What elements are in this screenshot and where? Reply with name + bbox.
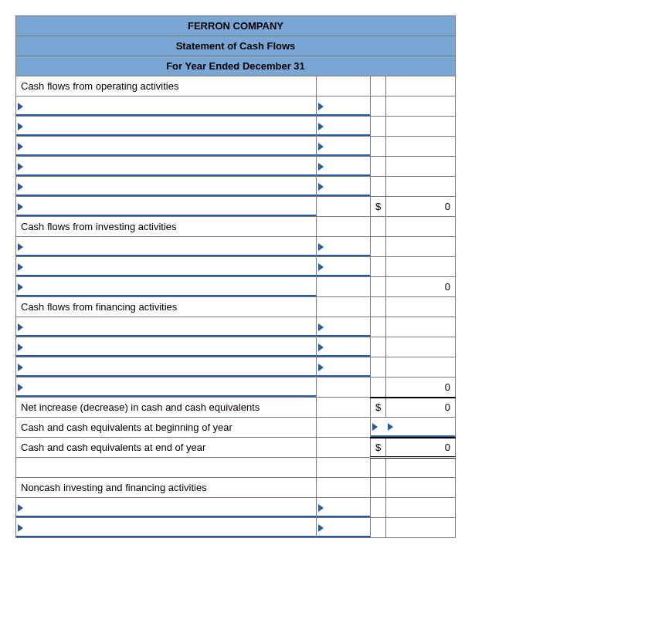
financing-amount-dropdown[interactable] [317, 357, 371, 378]
net-increase-label: Net increase (decrease) in cash and cash… [16, 398, 317, 418]
cell [370, 137, 385, 157]
company-header: FERRON COMPANY [16, 16, 456, 36]
ending-cash-label: Cash and cash equivalents at end of year [16, 438, 317, 458]
cell [386, 257, 456, 277]
cell [370, 76, 385, 96]
cell [370, 257, 385, 277]
operating-section-label: Cash flows from operating activities [16, 76, 317, 96]
cell [370, 96, 385, 117]
cell [370, 337, 385, 357]
cell [370, 237, 385, 257]
cell [317, 76, 371, 96]
cell [370, 357, 385, 378]
operating-item-dropdown[interactable] [16, 96, 317, 117]
cell [16, 458, 317, 478]
cell [317, 297, 371, 317]
cell [386, 337, 456, 357]
cell [386, 76, 456, 96]
currency-symbol: $ [370, 197, 385, 217]
cell [317, 438, 371, 458]
cell [317, 378, 371, 398]
operating-amount-dropdown[interactable] [317, 137, 371, 157]
noncash-amount-dropdown[interactable] [317, 498, 371, 518]
cell [370, 297, 385, 317]
cell [386, 297, 456, 317]
financing-item-dropdown[interactable] [16, 337, 317, 357]
cell [386, 217, 456, 237]
operating-amount-dropdown[interactable] [317, 117, 371, 137]
cell [386, 96, 456, 117]
beginning-cash-dropdown[interactable] [370, 418, 385, 438]
currency-symbol: $ [370, 438, 385, 458]
ending-cash-value: 0 [386, 438, 456, 458]
cell [317, 277, 371, 297]
cell [370, 277, 385, 297]
investing-item-dropdown[interactable] [16, 237, 317, 257]
operating-item-dropdown[interactable] [16, 177, 317, 197]
cell [370, 518, 385, 538]
cell [317, 418, 371, 438]
cell [317, 398, 371, 418]
cell [317, 197, 371, 217]
beginning-cash-dropdown[interactable] [386, 418, 456, 438]
cell [386, 317, 456, 337]
cell [386, 498, 456, 518]
investing-total: 0 [386, 277, 456, 297]
financing-item-dropdown[interactable] [16, 378, 317, 398]
cell [317, 217, 371, 237]
investing-amount-dropdown[interactable] [317, 237, 371, 257]
investing-section-label: Cash flows from investing activities [16, 217, 317, 237]
operating-amount-dropdown[interactable] [317, 96, 371, 117]
period-header: For Year Ended December 31 [16, 56, 456, 76]
cell [317, 478, 371, 498]
cash-flow-statement: FERRON COMPANY Statement of Cash Flows F… [15, 15, 456, 538]
operating-item-dropdown[interactable] [16, 137, 317, 157]
cell [370, 458, 385, 478]
cell [386, 458, 456, 478]
financing-amount-dropdown[interactable] [317, 337, 371, 357]
investing-amount-dropdown[interactable] [317, 257, 371, 277]
noncash-item-dropdown[interactable] [16, 518, 317, 538]
financing-amount-dropdown[interactable] [317, 317, 371, 337]
cell [386, 357, 456, 378]
cell [386, 157, 456, 177]
noncash-amount-dropdown[interactable] [317, 518, 371, 538]
currency-symbol: $ [370, 398, 385, 418]
financing-item-dropdown[interactable] [16, 357, 317, 378]
noncash-item-dropdown[interactable] [16, 498, 317, 518]
cell [370, 177, 385, 197]
beginning-cash-label: Cash and cash equivalents at beginning o… [16, 418, 317, 438]
financing-item-dropdown[interactable] [16, 317, 317, 337]
noncash-section-label: Noncash investing and financing activiti… [16, 478, 317, 498]
operating-amount-dropdown[interactable] [317, 177, 371, 197]
operating-total: 0 [386, 197, 456, 217]
cell [386, 518, 456, 538]
cell [370, 157, 385, 177]
operating-amount-dropdown[interactable] [317, 157, 371, 177]
cell [386, 117, 456, 137]
cell [386, 478, 456, 498]
cell [386, 137, 456, 157]
operating-item-dropdown[interactable] [16, 117, 317, 137]
cell [370, 317, 385, 337]
cell [370, 498, 385, 518]
cell [370, 217, 385, 237]
investing-item-dropdown[interactable] [16, 277, 317, 297]
cell [370, 478, 385, 498]
investing-item-dropdown[interactable] [16, 257, 317, 277]
cell [317, 458, 371, 478]
cell [386, 237, 456, 257]
cell [370, 378, 385, 398]
operating-item-dropdown[interactable] [16, 197, 317, 217]
net-increase-value: 0 [386, 398, 456, 418]
cell [386, 177, 456, 197]
operating-item-dropdown[interactable] [16, 157, 317, 177]
statement-title: Statement of Cash Flows [16, 36, 456, 56]
financing-section-label: Cash flows from financing activities [16, 297, 317, 317]
financing-total: 0 [386, 378, 456, 398]
cell [370, 117, 385, 137]
